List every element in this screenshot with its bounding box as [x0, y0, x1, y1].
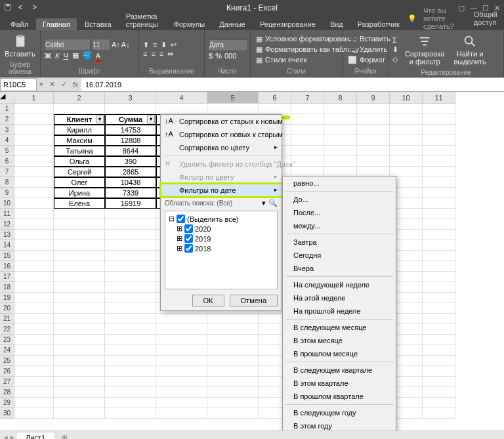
cell[interactable]	[423, 209, 455, 219]
cell[interactable]	[54, 345, 105, 356]
cell[interactable]	[54, 324, 105, 335]
new-sheet-icon[interactable]: ⊕	[56, 433, 73, 439]
cell[interactable]	[423, 272, 455, 282]
conditional-format-button[interactable]: ▦Условное форматирование	[255, 34, 338, 44]
font-size[interactable]	[92, 39, 110, 51]
insert-cells-button[interactable]: ➕Вставить	[346, 34, 384, 44]
filter-after[interactable]: После...	[283, 206, 396, 219]
table-cell[interactable]: Ирина	[54, 188, 105, 198]
table-cell[interactable]: 2865	[105, 167, 156, 177]
cell[interactable]	[14, 114, 54, 125]
table-cell[interactable]: 14753	[105, 125, 156, 135]
merge-icon[interactable]: ⇔	[167, 50, 173, 58]
row-header[interactable]: 23	[0, 335, 14, 345]
cell[interactable]	[156, 366, 207, 377]
cell[interactable]	[390, 114, 423, 125]
tab-file[interactable]: Файл	[4, 18, 35, 30]
cell[interactable]	[54, 240, 105, 251]
cell[interactable]	[291, 146, 324, 156]
cell[interactable]	[291, 156, 324, 167]
redo-icon[interactable]	[30, 3, 38, 12]
col-header[interactable]: 6	[259, 92, 291, 104]
row-header[interactable]: 9	[0, 188, 14, 198]
sheet-nav-next-icon[interactable]: ▸	[10, 433, 14, 439]
cell[interactable]	[105, 303, 156, 314]
cell[interactable]	[14, 282, 54, 293]
filter-today[interactable]: Сегодня	[283, 249, 396, 262]
tree-year[interactable]: ⊞2018	[168, 243, 274, 253]
cell[interactable]	[156, 324, 207, 335]
cell[interactable]	[207, 356, 259, 366]
align-center-icon[interactable]: ≡	[151, 50, 155, 58]
table-cell[interactable]: Кирилл	[54, 125, 105, 135]
cell[interactable]	[105, 356, 156, 366]
cell[interactable]	[105, 230, 156, 240]
cell[interactable]	[423, 114, 455, 125]
col-header[interactable]: 2	[54, 92, 105, 104]
cell[interactable]	[14, 198, 54, 209]
cell[interactable]	[14, 219, 54, 230]
col-header[interactable]: 8	[324, 92, 357, 104]
cell[interactable]	[423, 345, 455, 356]
cell[interactable]	[54, 293, 105, 303]
cell[interactable]	[324, 156, 357, 167]
cell[interactable]	[390, 146, 423, 156]
cell[interactable]	[156, 387, 207, 398]
delete-cells-button[interactable]: ➖Удалить	[346, 45, 384, 54]
cell[interactable]	[156, 345, 207, 356]
row-header[interactable]: 2	[0, 114, 14, 125]
cell[interactable]	[105, 209, 156, 219]
table-header-cell[interactable]: Сумма▾	[105, 114, 156, 125]
cell[interactable]	[423, 230, 455, 240]
col-header[interactable]: 4	[156, 92, 207, 104]
cell[interactable]	[423, 219, 455, 230]
cell[interactable]	[423, 198, 455, 209]
row-header[interactable]: 18	[0, 282, 14, 293]
cell[interactable]	[54, 377, 105, 387]
cell[interactable]	[423, 188, 455, 198]
cell[interactable]	[14, 303, 54, 314]
align-middle-icon[interactable]: ≡	[153, 41, 157, 49]
row-header[interactable]: 22	[0, 324, 14, 335]
row-header[interactable]: 16	[0, 261, 14, 272]
tab-layout[interactable]: Разметка страницы	[119, 10, 165, 30]
filter-equals[interactable]: равно...	[283, 177, 396, 190]
cell[interactable]	[14, 324, 54, 335]
cell[interactable]	[156, 377, 207, 387]
table-cell[interactable]: 10438	[105, 177, 156, 188]
date-filters[interactable]: Фильтры по дате▸	[161, 184, 282, 197]
cell[interactable]	[423, 408, 455, 419]
cell[interactable]	[54, 219, 105, 230]
cell[interactable]	[14, 272, 54, 282]
cell[interactable]	[357, 104, 390, 114]
cell[interactable]	[54, 272, 105, 282]
cell[interactable]	[390, 156, 423, 167]
cell[interactable]	[423, 366, 455, 377]
filter-button[interactable]: ▾	[147, 115, 155, 123]
row-header[interactable]: 19	[0, 293, 14, 303]
cell[interactable]	[156, 104, 207, 114]
sort-oldest-newest[interactable]: ↓AСортировка от старых к новым	[161, 115, 282, 128]
cell[interactable]	[54, 261, 105, 272]
number-format[interactable]	[209, 39, 248, 51]
cell[interactable]	[423, 251, 455, 261]
cell[interactable]	[14, 135, 54, 146]
cell[interactable]	[423, 146, 455, 156]
table-cell[interactable]: 8644	[105, 146, 156, 156]
cell[interactable]	[105, 387, 156, 398]
cell[interactable]	[156, 314, 207, 324]
row-header[interactable]: 14	[0, 240, 14, 251]
row-header[interactable]: 15	[0, 251, 14, 261]
row-header[interactable]: 6	[0, 156, 14, 167]
cell[interactable]	[324, 114, 357, 125]
row-header[interactable]: 3	[0, 125, 14, 135]
cell[interactable]	[207, 104, 259, 114]
cell[interactable]	[105, 272, 156, 282]
cell[interactable]	[357, 125, 390, 135]
row-header[interactable]: 20	[0, 303, 14, 314]
fill-color-icon[interactable]: 🪣	[83, 51, 92, 60]
currency-icon[interactable]: $	[209, 52, 213, 60]
decrease-font-icon[interactable]: A↓	[121, 41, 130, 49]
cell[interactable]	[207, 335, 259, 345]
cell[interactable]	[423, 335, 455, 345]
